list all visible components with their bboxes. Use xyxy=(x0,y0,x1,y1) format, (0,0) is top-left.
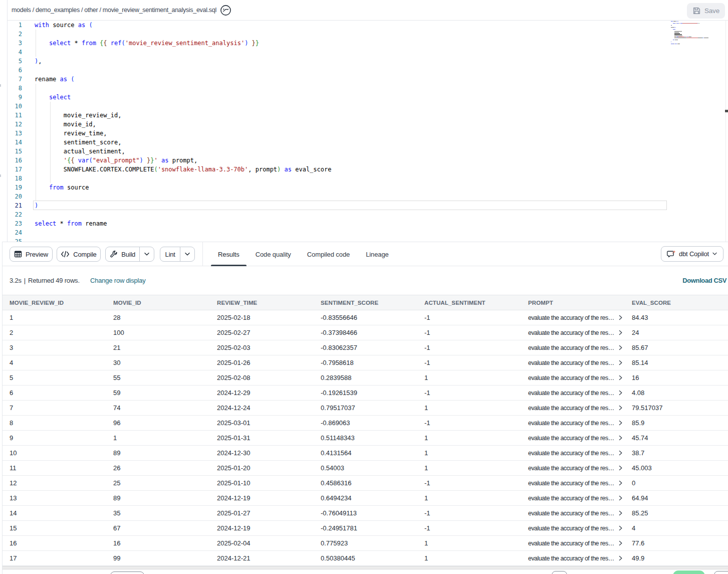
code-line[interactable]: movie_id, xyxy=(35,120,96,129)
prompt-preview-text: evaluate the accuracy of the res… xyxy=(528,314,614,321)
prompt-expand-chevron-icon[interactable] xyxy=(618,375,623,380)
table-row: 14352025-01-27-0.76049113-1evaluate the … xyxy=(3,506,728,521)
indent-guide xyxy=(36,84,36,201)
table-cell: 0.2839588 xyxy=(314,370,417,385)
prompt-expand-chevron-icon[interactable] xyxy=(618,480,623,486)
table-row: 3212025-02-03-0.83062357-1evaluate the a… xyxy=(3,340,728,355)
build-button[interactable]: Build xyxy=(106,247,140,261)
breadcrumb[interactable]: models / demo_examples / other / movie_r… xyxy=(12,7,216,14)
code-line[interactable]: '{{ var("eval_prompt") }}' as prompt, xyxy=(35,156,197,165)
prompt-preview-text: evaluate the accuracy of the res… xyxy=(528,374,614,381)
copilot-orb-icon[interactable] xyxy=(220,5,231,16)
line-number: 2 xyxy=(8,30,22,39)
table-cell: 89 xyxy=(106,491,210,505)
table-cell: -0.83556646 xyxy=(314,310,417,325)
table-cell: 17 xyxy=(3,551,106,565)
bottom-partial-button-left[interactable] xyxy=(110,571,144,574)
table-cell: 85.14 xyxy=(625,355,728,370)
lint-dropdown-chevron[interactable] xyxy=(180,247,194,261)
copilot-chevron-icon[interactable] xyxy=(712,252,717,256)
prompt-expand-chevron-icon[interactable] xyxy=(618,390,623,396)
table-row: 11262025-01-200.540031evaluate the accur… xyxy=(3,461,728,476)
query-elapsed: 3.2s xyxy=(10,277,22,284)
prompt-expand-chevron-icon[interactable] xyxy=(618,435,623,441)
table-cell: 2025-01-20 xyxy=(210,461,314,475)
prompt-expand-chevron-icon[interactable] xyxy=(618,360,623,365)
table-cell-prompt: evaluate the accuracy of the res… xyxy=(521,446,625,460)
tab-lineage[interactable]: Lineage xyxy=(359,242,396,266)
prompt-expand-chevron-icon[interactable] xyxy=(618,465,623,471)
bottom-scrollbar-track[interactable] xyxy=(3,566,728,569)
results-table: MOVIE_REVIEW_IDMOVIE_IDREVIEW_TIMESENTIM… xyxy=(3,295,728,566)
tab-code-quality[interactable]: Code quality xyxy=(249,242,298,266)
save-button[interactable]: Save xyxy=(687,3,725,19)
code-line[interactable]: rename as ( xyxy=(35,75,75,84)
prompt-expand-chevron-icon[interactable] xyxy=(618,450,623,456)
table-row: 15672024-12-19-0.24951781-1evaluate the … xyxy=(3,521,728,536)
build-dropdown-chevron[interactable] xyxy=(140,247,154,261)
prompt-expand-chevron-icon[interactable] xyxy=(618,525,623,531)
prompt-preview-text: evaluate the accuracy of the res… xyxy=(528,344,614,351)
prompt-expand-chevron-icon[interactable] xyxy=(618,540,623,546)
code-line[interactable]: from source xyxy=(35,183,89,192)
prompt-expand-chevron-icon[interactable] xyxy=(618,495,623,501)
code-line[interactable]: SNOWFLAKE.CORTEX.COMPLETE('snowflake-lla… xyxy=(35,165,331,174)
lint-button[interactable]: Lint xyxy=(160,247,180,261)
code-line[interactable]: ) xyxy=(35,201,38,210)
code-line[interactable]: actual_sentiment, xyxy=(35,147,125,156)
table-cell: 14 xyxy=(3,506,106,520)
table-row: 13892024-12-190.64942341evaluate the acc… xyxy=(3,491,728,506)
table-cell: 6 xyxy=(3,386,106,400)
indent-guide xyxy=(36,30,36,57)
table-cell: 21 xyxy=(106,340,210,355)
dbt-copilot-button[interactable]: dbt Copilot xyxy=(661,246,723,262)
prompt-expand-chevron-icon[interactable] xyxy=(618,510,623,516)
table-cell-prompt: evaluate the accuracy of the res… xyxy=(521,521,625,535)
dbt-copilot-icon xyxy=(667,250,676,258)
column-header-sentiment_score: SENTIMENT_SCORE xyxy=(314,295,417,310)
editor-minimap[interactable] xyxy=(670,21,716,242)
table-cell: 7 xyxy=(3,401,106,415)
prompt-expand-chevron-icon[interactable] xyxy=(618,405,623,411)
prompt-expand-chevron-icon[interactable] xyxy=(618,345,623,350)
table-cell: 16 xyxy=(625,370,728,385)
compile-button[interactable]: Compile xyxy=(57,247,101,262)
line-number: 16 xyxy=(8,156,22,165)
table-cell: 2024-12-19 xyxy=(210,521,314,535)
toolbar-divider xyxy=(202,242,203,266)
table-cell: 9 xyxy=(3,431,106,445)
prompt-expand-chevron-icon[interactable] xyxy=(618,420,623,426)
download-csv-link[interactable]: Download CSV xyxy=(682,277,726,284)
compile-code-icon xyxy=(61,251,70,258)
bottom-partial-green-button[interactable] xyxy=(673,570,705,574)
code-line[interactable]: select * from rename xyxy=(35,219,107,228)
tab-results[interactable]: Results xyxy=(211,242,247,266)
preview-label: Preview xyxy=(26,251,48,258)
code-line[interactable]: review_time, xyxy=(35,129,107,138)
prompt-expand-chevron-icon[interactable] xyxy=(618,330,623,335)
table-cell-prompt: evaluate the accuracy of the res… xyxy=(521,431,625,445)
rows-returned: Returned 49 rows. xyxy=(28,277,80,284)
table-cell: 99 xyxy=(106,551,210,565)
table-cell: 16 xyxy=(106,536,210,550)
prompt-expand-chevron-icon[interactable] xyxy=(618,315,623,320)
table-header-row: MOVIE_REVIEW_IDMOVIE_IDREVIEW_TIMESENTIM… xyxy=(3,295,728,310)
bottom-partial-button-right[interactable] xyxy=(714,571,728,574)
code-line[interactable]: select xyxy=(35,93,71,102)
prompt-expand-chevron-icon[interactable] xyxy=(618,555,623,561)
bottom-partial-button-mid[interactable] xyxy=(552,571,567,574)
code-line[interactable]: movie_review_id, xyxy=(35,111,121,120)
table-cell-prompt: evaluate the accuracy of the res… xyxy=(521,310,625,325)
preview-button[interactable]: Preview xyxy=(10,247,53,262)
code-line[interactable]: sentiment_score, xyxy=(35,138,121,147)
table-cell: 2025-01-10 xyxy=(210,476,314,490)
table-cell: -0.24951781 xyxy=(314,521,417,535)
code-editor[interactable]: 1234567891011121314151617181920212223242… xyxy=(7,21,728,242)
tab-compiled-code[interactable]: Compiled code xyxy=(300,242,357,266)
prompt-preview-text: evaluate the accuracy of the res… xyxy=(528,540,614,547)
change-row-display-link[interactable]: Change row display xyxy=(90,277,146,284)
code-line[interactable]: select * from {{ ref('movie_review_senti… xyxy=(35,39,259,48)
code-line[interactable]: ), xyxy=(35,57,42,66)
table-cell: 2024-12-24 xyxy=(210,401,314,415)
code-line[interactable]: with source as ( xyxy=(35,21,93,30)
